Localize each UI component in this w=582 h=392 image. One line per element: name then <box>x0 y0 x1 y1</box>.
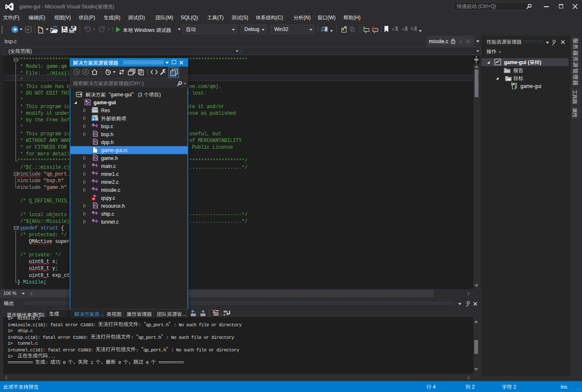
svg-text:c: c <box>223 313 226 317</box>
